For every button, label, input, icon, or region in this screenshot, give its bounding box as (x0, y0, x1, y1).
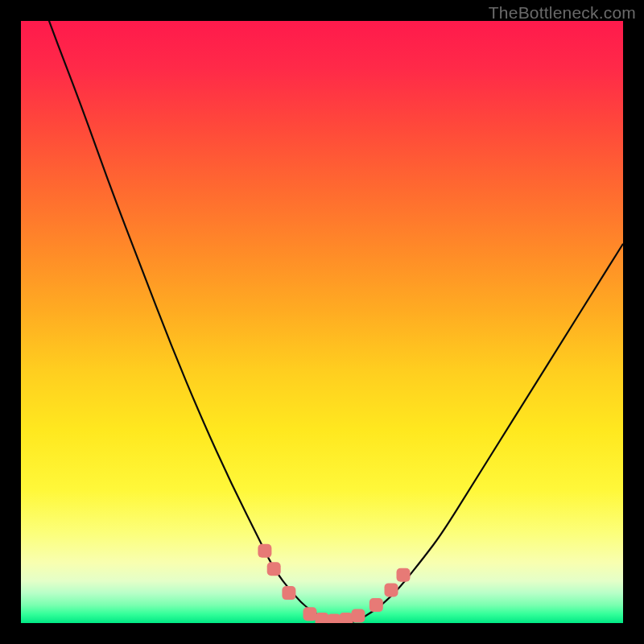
chart-frame (21, 21, 623, 623)
curve-marker (267, 562, 281, 576)
curve-marker (385, 583, 398, 597)
curve-marker (282, 586, 295, 600)
curve-line (21, 21, 623, 623)
curve-marker (258, 544, 271, 558)
curve-marker (397, 568, 411, 582)
curve-marker (339, 613, 353, 623)
curve-marker (316, 613, 329, 623)
curve-marker (369, 598, 383, 612)
curve-marker (328, 614, 341, 624)
bottleneck-curve-plot (21, 21, 623, 623)
curve-marker (351, 609, 365, 623)
curve-marker (303, 607, 317, 621)
curve-markers (258, 544, 410, 623)
watermark-text: TheBottleneck.com (489, 3, 636, 23)
